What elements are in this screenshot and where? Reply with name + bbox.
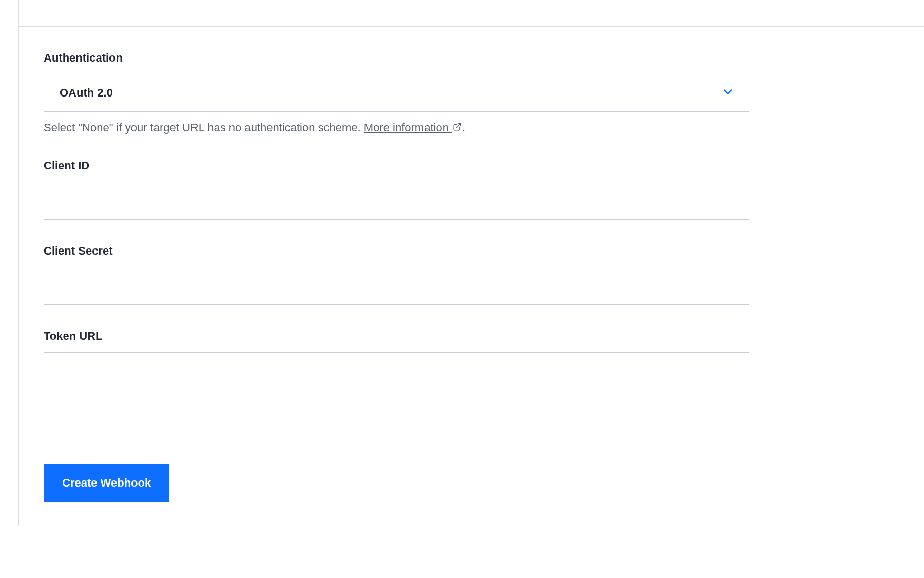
top-spacer — [19, 0, 924, 27]
client-id-input[interactable] — [44, 182, 749, 220]
authentication-field-group: Authentication Select "None" if your tar… — [44, 51, 899, 134]
authentication-help-text: Select "None" if your target URL has no … — [44, 121, 899, 134]
authentication-label: Authentication — [44, 51, 899, 65]
authentication-select-wrapper — [44, 74, 749, 112]
client-secret-label: Client Secret — [44, 244, 899, 258]
more-information-link[interactable]: More information — [364, 121, 462, 134]
client-id-label: Client ID — [44, 159, 899, 172]
client-id-field-group: Client ID — [44, 159, 899, 220]
token-url-field-group: Token URL — [44, 330, 899, 390]
more-information-link-text: More information — [364, 121, 452, 134]
form-footer: Create Webhook — [19, 440, 924, 526]
token-url-input[interactable] — [44, 352, 749, 390]
token-url-label: Token URL — [44, 330, 899, 343]
authentication-help-suffix: . — [462, 121, 465, 134]
client-secret-field-group: Client Secret — [44, 244, 899, 305]
create-webhook-button[interactable]: Create Webhook — [44, 464, 169, 502]
external-link-icon — [453, 121, 462, 134]
authentication-select[interactable] — [44, 74, 749, 112]
authentication-help-prefix: Select "None" if your target URL has no … — [44, 121, 364, 134]
client-secret-input[interactable] — [44, 267, 749, 305]
form-body: Authentication Select "None" if your tar… — [19, 27, 924, 415]
form-panel: Authentication Select "None" if your tar… — [18, 0, 924, 526]
